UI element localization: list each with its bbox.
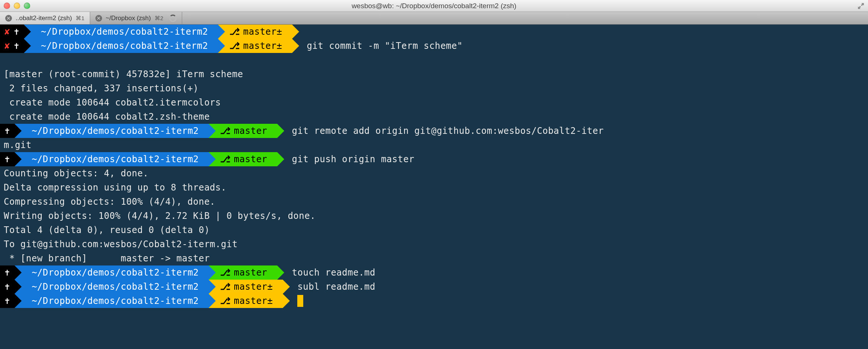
output-line: To git@github.com:wesbos/Cobalt2-iterm.g… xyxy=(0,237,868,251)
path-segment: ~/Dropbox/demos/cobalt2-iterm2 xyxy=(31,25,218,39)
close-tab-icon[interactable]: ✕ xyxy=(5,15,12,22)
segment-arrow-icon xyxy=(277,265,284,280)
git-branch-segment: ⎇master xyxy=(216,124,277,138)
output-line: m.git xyxy=(0,138,868,152)
git-branch-icon: ⎇ xyxy=(220,265,231,280)
git-branch-icon: ⎇ xyxy=(220,280,231,294)
tab-label: ..obalt2-iterm2 (zsh) xyxy=(16,15,72,22)
fail-icon: ✘ xyxy=(4,25,10,39)
git-branch-segment: ⎇master xyxy=(216,265,277,280)
output-line: create mode 100644 cobalt2.zsh-theme xyxy=(0,110,868,124)
output-line: Delta compression using up to 8 threads. xyxy=(0,180,868,195)
status-segment: ✘✝ xyxy=(0,39,24,53)
traffic-lights xyxy=(4,3,30,9)
command-text: touch readme.md xyxy=(284,265,375,280)
command-text: git remote add origin git@github.com:wes… xyxy=(284,124,604,138)
output-line: Counting objects: 4, done. xyxy=(0,166,868,180)
git-branch-icon: ⎇ xyxy=(220,294,231,308)
prompt-line: ✘✝ ~/Dropbox/demos/cobalt2-iterm2 ⎇maste… xyxy=(0,25,868,39)
git-branch-segment: ⎇master± xyxy=(225,39,292,53)
window-title: wesbos@wb: ~/Dropbox/demos/cobalt2-iterm… xyxy=(0,2,868,10)
close-tab-icon[interactable]: ✕ xyxy=(95,15,102,22)
prompt-line: ✝ ~/Dropbox/demos/cobalt2-iterm2 ⎇master… xyxy=(0,124,868,138)
status-segment: ✝ xyxy=(0,294,15,308)
terminal-output[interactable]: ✘✝ ~/Dropbox/demos/cobalt2-iterm2 ⎇maste… xyxy=(0,25,868,308)
segment-arrow-icon xyxy=(277,124,284,138)
git-branch-icon: ⎇ xyxy=(229,25,240,39)
prompt-line: ✝ ~/Dropbox/demos/cobalt2-iterm2 ⎇master… xyxy=(0,280,868,294)
cross-icon: ✝ xyxy=(14,39,19,53)
prompt-line: ✝ ~/Dropbox/demos/cobalt2-iterm2 ⎇master… xyxy=(0,265,868,280)
segment-arrow-icon xyxy=(209,265,216,280)
tab-shortcut: ⌘1 xyxy=(76,15,84,22)
git-branch-segment: ⎇master± xyxy=(216,294,283,308)
path-segment: ~/Dropbox/demos/cobalt2-iterm2 xyxy=(22,280,209,294)
git-branch-segment: ⎇master± xyxy=(216,280,283,294)
segment-arrow-icon xyxy=(209,280,216,294)
status-segment: ✝ xyxy=(0,152,15,166)
segment-arrow-icon xyxy=(15,265,22,280)
segment-arrow-icon xyxy=(218,39,225,53)
command-text xyxy=(299,25,307,39)
segment-arrow-icon xyxy=(283,280,290,294)
segment-arrow-icon xyxy=(209,294,216,308)
path-segment: ~/Dropbox/demos/cobalt2-iterm2 xyxy=(22,294,209,308)
tab-label: ~/Dropbox (zsh) xyxy=(106,15,151,22)
output-line xyxy=(0,53,868,67)
segment-arrow-icon xyxy=(277,152,284,166)
segment-arrow-icon xyxy=(283,294,290,308)
git-branch-icon: ⎇ xyxy=(229,39,240,53)
minimize-window-button[interactable] xyxy=(14,3,20,9)
status-segment: ✘✝ xyxy=(0,25,24,39)
prompt-line: ✘✝ ~/Dropbox/demos/cobalt2-iterm2 ⎇maste… xyxy=(0,39,868,53)
cross-icon: ✝ xyxy=(4,124,10,138)
status-segment: ✝ xyxy=(0,124,15,138)
git-branch-icon: ⎇ xyxy=(220,124,231,138)
output-line: 2 files changed, 337 insertions(+) xyxy=(0,81,868,95)
tab-1[interactable]: ✕ ..obalt2-iterm2 (zsh) ⌘1 xyxy=(0,12,90,24)
zoom-window-button[interactable] xyxy=(24,3,30,9)
command-text xyxy=(290,294,303,308)
output-line: [master (root-commit) 457832e] iTerm sch… xyxy=(0,67,868,81)
segment-arrow-icon xyxy=(15,294,22,308)
status-segment: ✝ xyxy=(0,280,15,294)
window-titlebar: wesbos@wb: ~/Dropbox/demos/cobalt2-iterm… xyxy=(0,0,868,12)
command-text: git push origin master xyxy=(284,152,414,166)
command-text: git commit -m "iTerm scheme" xyxy=(299,39,463,53)
path-segment: ~/Dropbox/demos/cobalt2-iterm2 xyxy=(22,124,209,138)
prompt-line: ✝ ~/Dropbox/demos/cobalt2-iterm2 ⎇master… xyxy=(0,294,868,308)
tab-shortcut: ⌘2 xyxy=(155,15,163,22)
output-line: Total 4 (delta 0), reused 0 (delta 0) xyxy=(0,223,868,237)
prompt-line: ✝ ~/Dropbox/demos/cobalt2-iterm2 ⎇master… xyxy=(0,152,868,166)
cross-icon: ✝ xyxy=(4,152,10,166)
output-line: Writing objects: 100% (4/4), 2.72 KiB | … xyxy=(0,209,868,223)
command-text: subl readme.md xyxy=(290,280,375,294)
segment-arrow-icon xyxy=(24,25,31,39)
cross-icon: ✝ xyxy=(14,25,19,39)
path-segment: ~/Dropbox/demos/cobalt2-iterm2 xyxy=(22,265,209,280)
segment-arrow-icon xyxy=(15,280,22,294)
cross-icon: ✝ xyxy=(4,294,10,308)
tab-bar: ✕ ..obalt2-iterm2 (zsh) ⌘1 ✕ ~/Dropbox (… xyxy=(0,12,868,25)
cross-icon: ✝ xyxy=(4,280,10,294)
segment-arrow-icon xyxy=(15,124,22,138)
close-window-button[interactable] xyxy=(4,3,10,9)
git-branch-icon: ⎇ xyxy=(220,152,231,166)
segment-arrow-icon xyxy=(218,25,225,39)
cursor xyxy=(297,295,303,307)
fullscreen-icon[interactable] xyxy=(858,3,864,9)
segment-arrow-icon xyxy=(209,152,216,166)
status-segment: ✝ xyxy=(0,265,15,280)
output-line: Compressing objects: 100% (4/4), done. xyxy=(0,195,868,209)
segment-arrow-icon xyxy=(24,39,31,53)
git-branch-segment: ⎇master xyxy=(216,152,277,166)
fail-icon: ✘ xyxy=(4,39,10,53)
segment-arrow-icon xyxy=(209,124,216,138)
path-segment: ~/Dropbox/demos/cobalt2-iterm2 xyxy=(22,152,209,166)
git-branch-segment: ⎇master± xyxy=(225,25,292,39)
tab-2[interactable]: ✕ ~/Dropbox (zsh) ⌘2 xyxy=(90,12,183,24)
output-line: create mode 100644 cobalt2.itermcolors xyxy=(0,95,868,110)
output-line: * [new branch] master -> master xyxy=(0,251,868,265)
loading-spinner-icon xyxy=(169,15,177,22)
path-segment: ~/Dropbox/demos/cobalt2-iterm2 xyxy=(31,39,218,53)
